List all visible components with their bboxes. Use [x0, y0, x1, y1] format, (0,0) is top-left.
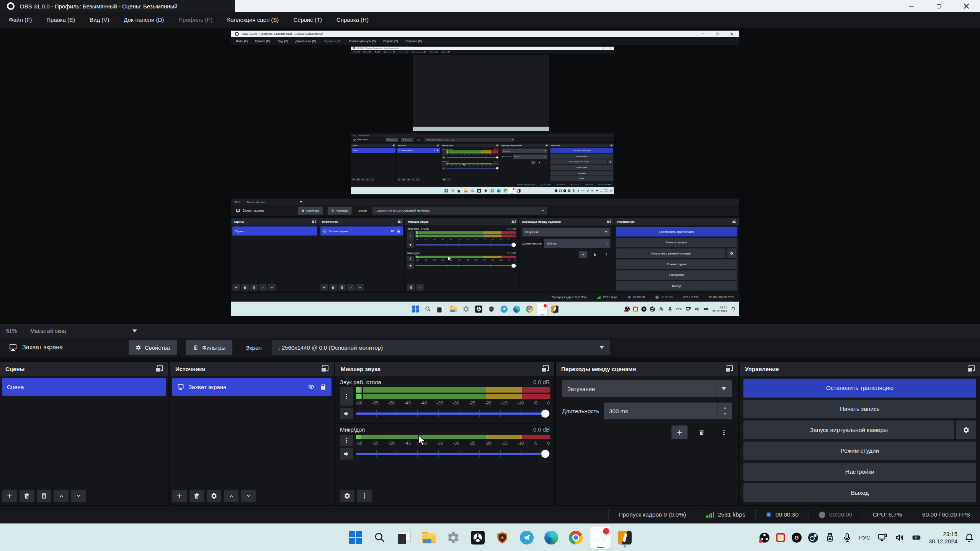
- menu-edit[interactable]: Правка (E): [252, 37, 274, 45]
- antivirus-button[interactable]: [486, 303, 497, 315]
- scene-down-button[interactable]: [71, 490, 86, 502]
- advanced-audio-button[interactable]: [407, 284, 415, 291]
- taskbar-clock[interactable]: 23:15 30.12.2024: [929, 530, 957, 545]
- transitions-header[interactable]: Переходы между сценами: [556, 362, 738, 376]
- close-button[interactable]: [952, 0, 980, 12]
- menu-tools[interactable]: Сервис (T): [379, 37, 402, 45]
- menu-file[interactable]: Файл (F): [351, 50, 361, 54]
- virtual-camera-settings-button[interactable]: [956, 421, 976, 439]
- cast-display-icon[interactable]: [877, 532, 888, 543]
- controls-header[interactable]: Управление: [549, 143, 614, 147]
- microphone-tray-icon[interactable]: [667, 306, 673, 312]
- start-recording-button[interactable]: Начать запись: [550, 154, 613, 159]
- properties-button[interactable]: Свойства: [298, 207, 323, 215]
- obs-taskbar-button[interactable]: [590, 527, 611, 549]
- add-source-button[interactable]: [172, 490, 187, 502]
- slider-handle[interactable]: [511, 264, 516, 268]
- slider-handle[interactable]: [496, 156, 498, 159]
- volume-tray-icon[interactable]: [591, 189, 594, 192]
- battery-tray-icon[interactable]: [703, 306, 709, 312]
- minimize-button[interactable]: [696, 31, 710, 37]
- cast-display-icon[interactable]: [586, 189, 590, 192]
- volume-tray-icon[interactable]: [694, 306, 700, 312]
- sources-header[interactable]: Источники: [397, 143, 441, 147]
- filters-button[interactable]: Фильтры: [401, 138, 413, 142]
- filters-button[interactable]: Фильтры: [328, 207, 352, 215]
- popout-icon[interactable]: [611, 145, 612, 147]
- telegram-button[interactable]: [499, 303, 510, 315]
- add-scene-button[interactable]: [232, 284, 240, 291]
- popout-icon[interactable]: [155, 365, 163, 372]
- scenes-header[interactable]: Сцены: [0, 362, 168, 376]
- exit-button[interactable]: Выход: [550, 176, 613, 181]
- scene-up-button[interactable]: [366, 178, 369, 181]
- channel-menu-button[interactable]: [442, 150, 446, 155]
- screen-select[interactable]: : 980x551 @ 0,0 (Основной монитор): [272, 340, 610, 355]
- slider-handle[interactable]: [541, 450, 549, 458]
- popout-icon[interactable]: [397, 220, 401, 223]
- menu-view[interactable]: Вид (V): [274, 37, 291, 45]
- chrome-button[interactable]: [503, 188, 508, 194]
- popout-icon[interactable]: [511, 220, 515, 223]
- mixer-header[interactable]: Микшер звука: [441, 143, 500, 147]
- preview-area[interactable]: OBS 31.0.0 - Профиль: Безымянный - Сцены…: [231, 45, 739, 198]
- start-virtual-camera-button[interactable]: Запуск виртуальной камеры: [743, 421, 954, 439]
- virtual-camera-settings-button[interactable]: [608, 159, 613, 164]
- logitech-tray-icon[interactable]: G: [564, 189, 566, 192]
- start-virtual-camera-button[interactable]: Запуск виртуальной камеры: [550, 159, 607, 164]
- file-explorer-button[interactable]: [463, 188, 469, 194]
- search-button[interactable]: [450, 188, 456, 194]
- minimize-button[interactable]: [897, 0, 925, 12]
- stop-streaming-button[interactable]: Остановить трансляцию: [743, 379, 976, 398]
- transition-select[interactable]: Затухание: [562, 380, 732, 397]
- studio-mode-button[interactable]: Режим студии: [616, 259, 737, 269]
- scenes-header[interactable]: Сцены: [351, 143, 396, 147]
- restore-button[interactable]: [710, 31, 724, 37]
- slider-handle[interactable]: [541, 410, 549, 418]
- duration-spinbox[interactable]: 300 ms: [513, 155, 547, 159]
- start-button[interactable]: [345, 527, 366, 549]
- volume-slider[interactable]: [356, 448, 550, 460]
- remove-transition-button[interactable]: [537, 161, 541, 165]
- transition-menu-button[interactable]: [716, 425, 732, 439]
- popout-icon[interactable]: [732, 220, 736, 223]
- remove-transition-button[interactable]: [591, 251, 599, 258]
- security-tray-icon[interactable]: [633, 306, 638, 311]
- transition-menu-button[interactable]: [602, 251, 611, 258]
- cast-display-icon[interactable]: [686, 306, 691, 312]
- stop-streaming-button[interactable]: Остановить трансляцию: [550, 148, 613, 153]
- mixer-menu-button[interactable]: [357, 490, 372, 502]
- properties-button[interactable]: Свойства: [129, 340, 177, 355]
- zoom-dropdown-caret-icon[interactable]: [300, 201, 302, 203]
- remove-scene-button[interactable]: [241, 284, 249, 291]
- sources-header[interactable]: Источники: [170, 362, 334, 376]
- add-transition-button[interactable]: [579, 251, 588, 258]
- language-indicator[interactable]: РУС: [859, 534, 871, 541]
- studio-mode-button[interactable]: Режим студии: [550, 165, 613, 170]
- obs-tray-icon[interactable]: [760, 533, 769, 543]
- controls-header[interactable]: Управление: [740, 362, 980, 376]
- mute-button[interactable]: [340, 408, 353, 419]
- notifications-bell-icon[interactable]: [964, 532, 975, 543]
- menu-view[interactable]: Вид (V): [82, 12, 116, 28]
- task-view-button[interactable]: [435, 303, 446, 315]
- scene-list-item[interactable]: Сцена: [351, 148, 395, 153]
- search-button[interactable]: [369, 527, 390, 549]
- preview-canvas[interactable]: OBS 31.0.0 - Профиль: Безымянный - Сцены…: [231, 31, 739, 316]
- scene-list-item[interactable]: Сцена: [232, 227, 317, 236]
- fan-control-button[interactable]: [473, 303, 484, 315]
- settings-button[interactable]: Настройки: [616, 270, 737, 280]
- volume-slider[interactable]: [356, 408, 550, 419]
- visibility-eye-icon[interactable]: [307, 383, 315, 391]
- usb-tray-icon[interactable]: [825, 532, 835, 543]
- telegram-button[interactable]: [516, 527, 537, 549]
- channel-menu-button[interactable]: [442, 163, 446, 166]
- exit-button[interactable]: Выход: [616, 281, 737, 290]
- menu-view[interactable]: Вид (V): [373, 50, 382, 54]
- menu-profile[interactable]: Профиль (P): [171, 12, 220, 28]
- scenes-header[interactable]: Сцены: [231, 218, 318, 225]
- microphone-tray-icon[interactable]: [842, 532, 853, 543]
- volume-tray-icon[interactable]: [894, 532, 905, 543]
- mixer-header[interactable]: Микшер звука: [405, 218, 518, 225]
- studio-mode-button[interactable]: Режим студии: [743, 442, 976, 460]
